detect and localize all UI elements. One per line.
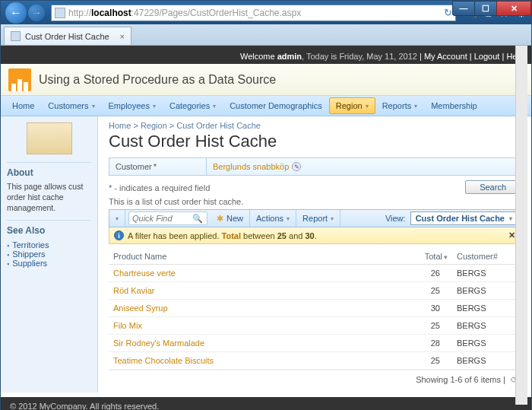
menu-region[interactable]: Region▾ xyxy=(329,97,375,114)
main-menu: HomeCustomers▾Employees▾Categories▾Custo… xyxy=(1,96,531,116)
forward-button[interactable]: → xyxy=(28,5,45,21)
info-icon: i xyxy=(114,230,124,240)
sidebar-link[interactable]: Territories xyxy=(7,240,91,249)
customer-label: Customer xyxy=(116,162,152,171)
sidebar-link[interactable]: Shippers xyxy=(7,249,91,259)
table-row[interactable]: Aniseed Syrup30BERGS xyxy=(109,300,521,317)
cell-customer: BERGS xyxy=(452,352,521,370)
col-product[interactable]: Product Name xyxy=(109,249,399,265)
table-row[interactable]: Röd Kaviar25BERGS xyxy=(109,282,521,300)
sidebar-link[interactable]: Suppliers xyxy=(7,259,91,268)
product-link[interactable]: Filo Mix xyxy=(113,321,142,330)
list-description: This is a list of cust order hist cache. xyxy=(109,197,521,206)
pager: Showing 1-6 of 6 items | ⟳ xyxy=(109,370,521,385)
address-bar[interactable]: http://localhost:47229/Pages/CustOrderHi… xyxy=(51,5,456,21)
url-scheme: http:// xyxy=(68,8,91,18)
window-maximize[interactable]: ☐ xyxy=(474,1,497,16)
view-label: View: xyxy=(381,214,410,223)
tab-close-icon[interactable]: × xyxy=(120,32,125,41)
window-minimize[interactable]: — xyxy=(452,1,475,16)
banner-title: Using a Stored Procedure as a Data Sourc… xyxy=(39,73,276,87)
table-row[interactable]: Filo Mix25BERGS xyxy=(109,317,521,335)
sidebar-about-text: This page allows cust order hist cache m… xyxy=(7,181,91,214)
page-footer: © 2012 MyCompany. All rights reserved. xyxy=(1,397,531,410)
product-link[interactable]: Aniseed Syrup xyxy=(113,304,168,313)
filter-notice: i A filter has been applied. Total betwe… xyxy=(109,227,521,244)
menu-employees[interactable]: Employees▾ xyxy=(102,97,163,114)
search-button[interactable]: Search xyxy=(465,180,521,194)
product-link[interactable]: Sir Rodney's Marmalade xyxy=(113,338,204,348)
customer-field-row: Customer* Berglunds snabbköp ✎ xyxy=(109,157,521,176)
grid-toolbar: ▾ 🔍 ✱New Actions▾ Report▾ View: Cust Ord… xyxy=(109,209,521,227)
browser-titlebar: ← → http://localhost:47229/Pages/CustOrd… xyxy=(1,1,531,24)
url-host: localhost xyxy=(91,8,131,18)
logout-link[interactable]: Logout xyxy=(474,52,500,61)
banner: Using a Stored Procedure as a Data Sourc… xyxy=(1,64,531,96)
tab-title: Cust Order Hist Cache xyxy=(25,32,109,41)
col-total[interactable]: Total▾ xyxy=(399,249,452,265)
new-icon: ✱ xyxy=(217,214,223,224)
app-logo-icon xyxy=(8,68,31,91)
menu-home[interactable]: Home xyxy=(5,97,41,114)
refresh-icon[interactable]: ↻ xyxy=(444,7,452,18)
cell-total: 30 xyxy=(399,300,452,317)
url-path: :47229/Pages/CustOrderHist_Cache.aspx xyxy=(131,8,301,18)
lookup-icon[interactable]: ✎ xyxy=(292,162,301,171)
cell-customer: BERGS xyxy=(452,317,521,335)
cell-total: 25 xyxy=(399,317,452,335)
tab-strip: Cust Order Hist Cache × xyxy=(1,24,531,46)
table-row[interactable]: Sir Rodney's Marmalade28BERGS xyxy=(109,335,521,352)
required-marker: * xyxy=(154,162,157,171)
product-link[interactable]: Röd Kaviar xyxy=(113,286,154,295)
page-title: Cust Order Hist Cache xyxy=(109,132,521,151)
view-selector[interactable]: Cust Order Hist Cache▾ xyxy=(410,211,518,225)
filter-indicator-icon: ▾ xyxy=(444,253,448,261)
chevron-down-icon: ▾ xyxy=(153,103,156,110)
new-button[interactable]: ✱New xyxy=(211,210,250,227)
menu-reports[interactable]: Reports▾ xyxy=(375,97,425,114)
filter-close-icon[interactable]: ✕ xyxy=(508,230,515,240)
breadcrumb: Home > Region > Cust Order Hist Cache xyxy=(109,121,521,130)
col-customer[interactable]: Customer# xyxy=(452,249,521,265)
chevron-down-icon: ▾ xyxy=(414,103,417,110)
vertical-scrollbar[interactable] xyxy=(515,46,527,405)
table-row[interactable]: Teatime Chocolate Biscuits25BERGS xyxy=(109,352,521,370)
sidebar: About This page allows cust order hist c… xyxy=(1,116,98,393)
page-favicon-icon xyxy=(55,8,65,18)
browser-tab[interactable]: Cust Order Hist Cache × xyxy=(4,27,131,45)
menu-categories[interactable]: Categories▾ xyxy=(163,97,223,114)
cell-total: 25 xyxy=(399,352,452,370)
chevron-down-icon: ▾ xyxy=(366,103,369,110)
breadcrumb-region[interactable]: Region xyxy=(141,121,167,130)
breadcrumb-current: Cust Order Hist Cache xyxy=(176,121,261,130)
toolbar-menu-button[interactable]: ▾ xyxy=(109,210,125,227)
quick-find-input[interactable] xyxy=(129,214,188,223)
cell-total: 26 xyxy=(399,265,452,282)
welcome-user: admin xyxy=(277,52,302,61)
actions-button[interactable]: Actions▾ xyxy=(250,210,296,227)
quick-find[interactable]: 🔍 xyxy=(128,211,207,225)
menu-customer-demographics[interactable]: Customer Demographics xyxy=(223,97,329,114)
menu-membership[interactable]: Membership xyxy=(424,97,484,114)
sidebar-link-list: TerritoriesShippersSuppliers xyxy=(7,240,91,268)
report-button[interactable]: Report▾ xyxy=(296,210,340,227)
cell-customer: BERGS xyxy=(452,335,521,352)
cell-customer: BERGS xyxy=(452,282,521,300)
my-account-link[interactable]: My Account xyxy=(424,52,467,61)
back-button[interactable]: ← xyxy=(5,2,27,24)
customer-value[interactable]: Berglunds snabbköp xyxy=(213,162,289,171)
data-grid: Product Name Total▾ Customer# Chartreuse… xyxy=(109,249,521,370)
sidebar-about-heading: About xyxy=(7,162,91,181)
required-note: * - indicates a required field Search xyxy=(109,183,521,192)
window-close[interactable]: ✕ xyxy=(496,1,531,16)
product-link[interactable]: Chartreuse verte xyxy=(113,269,176,278)
table-row[interactable]: Chartreuse verte26BERGS xyxy=(109,265,521,282)
quick-find-search-icon[interactable]: 🔍 xyxy=(188,214,207,224)
sidebar-seealso-heading: See Also xyxy=(7,220,91,239)
product-link[interactable]: Teatime Chocolate Biscuits xyxy=(113,356,214,365)
menu-customers[interactable]: Customers▾ xyxy=(41,97,101,114)
welcome-bar: Welcome admin, Today is Friday, May 11, … xyxy=(1,46,531,64)
cell-total: 25 xyxy=(399,282,452,300)
breadcrumb-home[interactable]: Home xyxy=(109,121,131,130)
sidebar-illustration xyxy=(27,122,72,154)
